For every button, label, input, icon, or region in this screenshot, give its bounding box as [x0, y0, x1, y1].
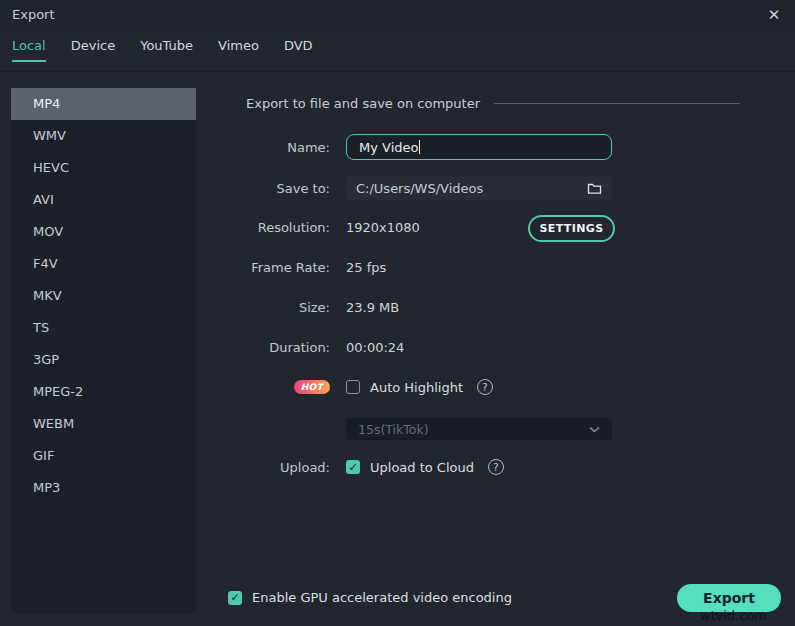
browse-folder-button[interactable]: [587, 182, 602, 195]
tab-device[interactable]: Device: [71, 38, 115, 62]
name-value: My Video: [359, 140, 418, 155]
format-item-hevc[interactable]: HEVC: [11, 152, 196, 184]
name-row: Name: My Video: [230, 133, 612, 161]
auto-highlight-help-icon[interactable]: ?: [477, 379, 493, 395]
auto-highlight-label: Auto Highlight: [370, 380, 463, 395]
format-item-3gp[interactable]: 3GP: [11, 344, 196, 376]
folder-icon: [587, 182, 602, 195]
format-item-mp4[interactable]: MP4: [11, 88, 196, 120]
upload-row: Upload: ✓ Upload to Cloud ?: [230, 453, 504, 481]
format-item-mkv[interactable]: MKV: [11, 280, 196, 312]
format-item-mpeg2[interactable]: MPEG-2: [11, 376, 196, 408]
format-item-ts[interactable]: TS: [11, 312, 196, 344]
resolution-label: Resolution:: [230, 220, 330, 235]
format-item-gif[interactable]: GIF: [11, 440, 196, 472]
save-to-row: Save to: C:/Users/WS/Videos: [230, 174, 612, 202]
save-to-label: Save to:: [230, 181, 330, 196]
gpu-encoding-checkbox[interactable]: ✓: [228, 591, 242, 605]
upload-help-icon[interactable]: ?: [488, 459, 504, 475]
gpu-encoding-row: ✓ Enable GPU accelerated video encoding: [228, 590, 512, 605]
tabbar-divider: [0, 71, 795, 72]
name-input[interactable]: My Video: [346, 134, 612, 160]
format-sidebar: MP4 WMV HEVC AVI MOV F4V MKV TS 3GP MPEG…: [11, 88, 196, 614]
text-caret: [419, 140, 420, 154]
close-icon[interactable]: ✕: [764, 5, 784, 25]
check-icon: ✓: [230, 591, 239, 604]
preset-dropdown[interactable]: 15s(TikTok): [346, 418, 612, 440]
auto-highlight-checkbox[interactable]: [346, 380, 360, 394]
preset-row: 15s(TikTok): [230, 415, 612, 443]
size-row: Size: 23.9 MB: [230, 293, 399, 321]
frame-rate-value: 25 fps: [346, 260, 386, 275]
format-item-mov[interactable]: MOV: [11, 216, 196, 248]
format-item-f4v[interactable]: F4V: [11, 248, 196, 280]
resolution-row: Resolution: 1920x1080: [230, 213, 420, 241]
duration-label: Duration:: [230, 340, 330, 355]
section-divider: [494, 103, 740, 104]
preset-value: 15s(TikTok): [358, 422, 429, 437]
upload-cloud-label: Upload to Cloud: [370, 460, 474, 475]
format-item-webm[interactable]: WEBM: [11, 408, 196, 440]
check-icon: ✓: [348, 461, 357, 474]
hot-badge: HOT: [294, 380, 330, 394]
section-header: Export to file and save on computer: [246, 96, 740, 111]
frame-rate-label: Frame Rate:: [230, 260, 330, 275]
save-path-value: C:/Users/WS/Videos: [356, 181, 483, 196]
format-item-wmv[interactable]: WMV: [11, 120, 196, 152]
auto-highlight-row: HOT Auto Highlight ?: [230, 373, 493, 401]
save-path-field[interactable]: C:/Users/WS/Videos: [346, 176, 612, 200]
settings-button[interactable]: SETTINGS: [528, 215, 615, 242]
watermark: wtvid.com: [700, 608, 767, 623]
tab-dvd[interactable]: DVD: [284, 38, 313, 62]
duration-value: 00:00:24: [346, 340, 404, 355]
export-dialog: Export ✕ Local Device YouTube Vimeo DVD …: [0, 0, 795, 626]
dialog-title: Export: [12, 7, 55, 22]
tab-local[interactable]: Local: [12, 38, 46, 62]
size-value: 23.9 MB: [346, 300, 399, 315]
format-item-avi[interactable]: AVI: [11, 184, 196, 216]
upload-cloud-checkbox[interactable]: ✓: [346, 460, 360, 474]
chevron-down-icon: [589, 426, 600, 433]
tab-bar: Local Device YouTube Vimeo DVD: [12, 38, 338, 62]
size-label: Size:: [230, 300, 330, 315]
name-label: Name:: [230, 140, 330, 155]
format-item-mp3[interactable]: MP3: [11, 472, 196, 504]
tab-youtube[interactable]: YouTube: [140, 38, 193, 62]
frame-rate-row: Frame Rate: 25 fps: [230, 253, 386, 281]
gpu-encoding-label: Enable GPU accelerated video encoding: [252, 590, 512, 605]
resolution-value: 1920x1080: [346, 220, 420, 235]
hot-badge-wrap: HOT: [230, 380, 330, 394]
titlebar: Export ✕: [0, 0, 795, 30]
duration-row: Duration: 00:00:24: [230, 333, 404, 361]
tab-vimeo[interactable]: Vimeo: [218, 38, 259, 62]
section-title: Export to file and save on computer: [246, 96, 480, 111]
upload-label: Upload:: [230, 460, 330, 475]
